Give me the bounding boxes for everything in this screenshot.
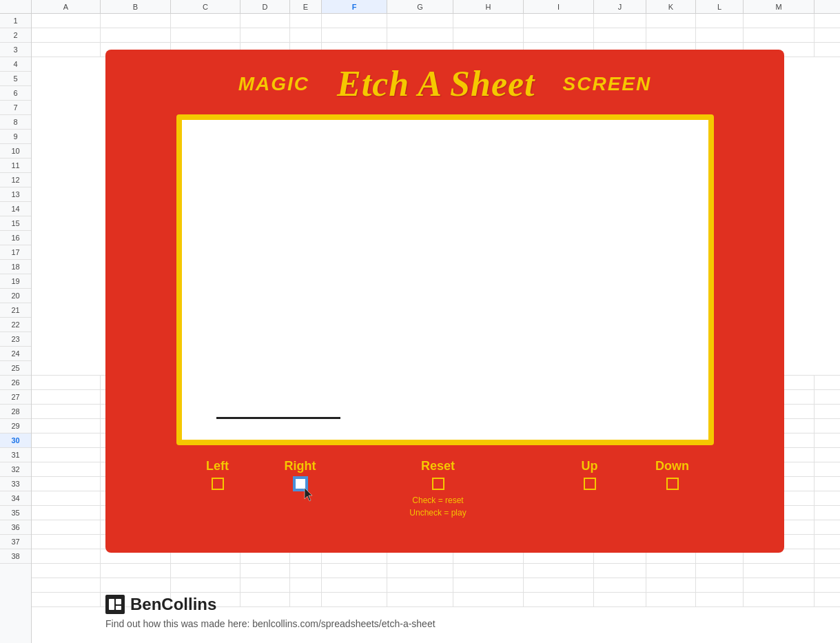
column-headers: A B C D E F G H I J K L M N O <box>0 0 840 14</box>
svg-rect-2 <box>116 606 121 610</box>
screen-label: SCREEN <box>563 73 652 95</box>
etch-screen <box>176 114 714 445</box>
reset-checkbox[interactable] <box>432 478 444 490</box>
row-26[interactable]: 26 <box>0 376 31 390</box>
row-17[interactable]: 17 <box>0 245 31 260</box>
row-28[interactable]: 28 <box>0 405 31 419</box>
row-18[interactable]: 18 <box>0 260 31 274</box>
grid-row <box>32 578 840 593</box>
col-header-c[interactable]: C <box>171 0 240 13</box>
svg-rect-1 <box>116 599 121 604</box>
row-25[interactable]: 25 <box>0 361 31 376</box>
col-header-d[interactable]: D <box>240 0 290 13</box>
up-control-group: Up <box>549 459 631 490</box>
etch-widget: MAGIC Etch A Sheet SCREEN Left <box>105 50 784 553</box>
col-header-i[interactable]: I <box>524 0 594 13</box>
col-header-e[interactable]: E <box>290 0 322 13</box>
row-34[interactable]: 34 <box>0 491 31 506</box>
up-label: Up <box>582 459 598 473</box>
row-8[interactable]: 8 <box>0 115 31 130</box>
row-19[interactable]: 19 <box>0 274 31 289</box>
row-21[interactable]: 21 <box>0 303 31 318</box>
row-2[interactable]: 2 <box>0 28 31 43</box>
grid-content: MAGIC Etch A Sheet SCREEN Left <box>32 14 840 643</box>
row-22[interactable]: 22 <box>0 318 31 332</box>
row-33[interactable]: 33 <box>0 477 31 491</box>
row-31[interactable]: 31 <box>0 448 31 462</box>
row-1[interactable]: 1 <box>0 14 31 28</box>
col-header-j[interactable]: J <box>594 0 646 13</box>
etch-controls: Left Right <box>126 459 764 519</box>
col-header-l[interactable]: L <box>696 0 744 13</box>
cursor-icon <box>303 487 314 502</box>
col-header-k[interactable]: K <box>646 0 696 13</box>
row-9[interactable]: 9 <box>0 130 31 144</box>
col-header-n[interactable]: N <box>815 0 840 13</box>
row-10[interactable]: 10 <box>0 144 31 159</box>
row-numbers: 1 2 3 4 5 6 7 8 9 10 11 12 13 14 15 16 1… <box>0 14 32 643</box>
row-16[interactable]: 16 <box>0 231 31 245</box>
grid-row <box>32 564 840 578</box>
grid-row <box>32 28 840 43</box>
row-20[interactable]: 20 <box>0 289 31 303</box>
row-36[interactable]: 36 <box>0 520 31 535</box>
row-4[interactable]: 4 <box>0 57 31 72</box>
left-checkbox[interactable] <box>212 478 224 490</box>
col-header-m[interactable]: M <box>744 0 815 13</box>
row-29[interactable]: 29 <box>0 419 31 433</box>
col-header-f[interactable]: F <box>322 0 387 13</box>
reset-hint: Check = reset Uncheck = play <box>409 494 466 519</box>
row-12[interactable]: 12 <box>0 173 31 187</box>
row-37[interactable]: 37 <box>0 535 31 549</box>
ben-collins-url: Find out how this was made here: benlcol… <box>105 618 436 629</box>
magic-label: MAGIC <box>238 73 309 95</box>
svg-rect-0 <box>109 599 114 610</box>
col-header-a[interactable]: A <box>32 0 101 13</box>
row-15[interactable]: 15 <box>0 216 31 231</box>
grid-row <box>32 14 840 28</box>
row-13[interactable]: 13 <box>0 187 31 202</box>
col-header-b[interactable]: B <box>101 0 171 13</box>
row-24[interactable]: 24 <box>0 347 31 361</box>
spreadsheet-body: 1 2 3 4 5 6 7 8 9 10 11 12 13 14 15 16 1… <box>0 14 840 643</box>
row-38[interactable]: 38 <box>0 549 31 564</box>
reset-control-group: Reset Check = reset Uncheck = play <box>383 459 493 519</box>
down-label: Down <box>655 459 689 473</box>
ben-collins-icon <box>105 595 125 614</box>
branding-section: BenCollins Find out how this was made he… <box>105 595 436 629</box>
bc-logo-svg <box>108 598 122 611</box>
row-35[interactable]: 35 <box>0 506 31 520</box>
right-control-group: Right <box>259 459 342 493</box>
corner-cell <box>0 0 32 13</box>
etch-header: MAGIC Etch A Sheet SCREEN <box>126 63 764 104</box>
row-23[interactable]: 23 <box>0 332 31 347</box>
right-label: Right <box>285 459 316 473</box>
row-14[interactable]: 14 <box>0 202 31 216</box>
row-3[interactable]: 3 <box>0 43 31 57</box>
row-7[interactable]: 7 <box>0 101 31 115</box>
row-32[interactable]: 32 <box>0 462 31 477</box>
left-label: Left <box>206 459 229 473</box>
row-5[interactable]: 5 <box>0 72 31 86</box>
reset-label: Reset <box>421 459 455 473</box>
up-checkbox[interactable] <box>584 478 596 490</box>
col-header-g[interactable]: G <box>387 0 453 13</box>
etch-title: Etch A Sheet <box>337 63 535 104</box>
row-30[interactable]: 30 <box>0 433 31 448</box>
ben-collins-logo: BenCollins <box>105 595 436 614</box>
down-control-group: Down <box>631 459 714 490</box>
row-6[interactable]: 6 <box>0 86 31 101</box>
row-11[interactable]: 11 <box>0 159 31 173</box>
row-27[interactable]: 27 <box>0 390 31 405</box>
col-header-h[interactable]: H <box>453 0 524 13</box>
spreadsheet: A B C D E F G H I J K L M N O 1 2 3 4 5 … <box>0 0 840 643</box>
drawing-line <box>216 417 340 419</box>
left-control-group: Left <box>176 459 259 490</box>
ben-collins-name: BenCollins <box>130 595 216 614</box>
down-checkbox[interactable] <box>666 478 679 490</box>
